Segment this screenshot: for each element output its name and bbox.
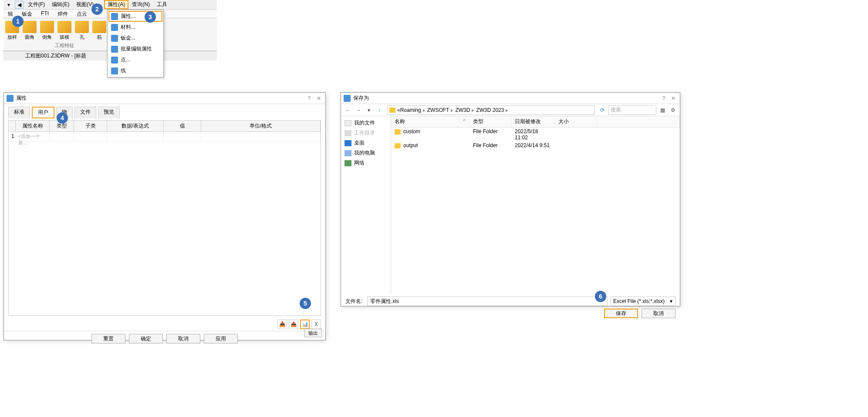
file-row[interactable]: custom File Folder 2022/5/18 11:02	[391, 128, 680, 141]
folder-icon	[395, 129, 401, 135]
settings-button[interactable]: ⚙	[669, 106, 677, 114]
export-button[interactable]: 📤	[289, 319, 298, 329]
breadcrumb-item[interactable]: ZWSOFT	[427, 107, 449, 113]
close-button[interactable]: ✕	[669, 95, 677, 101]
forward-button[interactable]: →	[354, 106, 363, 114]
col-type[interactable]: 类型	[469, 116, 511, 127]
menu-tools[interactable]: 工具	[153, 0, 171, 9]
col-name[interactable]: 名称 ^	[391, 116, 469, 127]
doc-tab[interactable]: 工程图001.Z3DRW - [标题	[25, 52, 86, 60]
tab-standard[interactable]: 标准	[8, 107, 30, 118]
sidebar-item-computer[interactable]: 我的电脑	[343, 148, 389, 158]
ribbon-btn-label: 筋	[97, 34, 102, 40]
sidebar-item-label: 我的电脑	[354, 149, 375, 157]
tab-user[interactable]: 用户	[32, 107, 54, 118]
menu-item-batch-edit[interactable]: 批量编辑属性	[108, 44, 162, 54]
cancel-button[interactable]: 取消	[642, 309, 675, 318]
ribbon-btn-hole[interactable]: 孔	[73, 20, 91, 41]
col-size[interactable]: 大小	[555, 116, 597, 127]
ribbon-btn-fillet[interactable]: 圆角	[21, 20, 38, 41]
menu-attributes[interactable]: 属性(A)	[104, 0, 128, 9]
filetype-dropdown[interactable]: Excel File (*.xls;*.xlsx)▾	[610, 296, 675, 306]
export-excel-button[interactable]: 📊	[300, 319, 310, 329]
tab-preview[interactable]: 预览	[98, 107, 120, 118]
help-button[interactable]: ?	[660, 95, 668, 101]
sidebar-item-workdir: 工作目录	[343, 128, 389, 138]
save-sidebar: 我的文件 工作目录 桌面 我的电脑 网络	[341, 116, 391, 294]
tab-file[interactable]: 文件	[74, 107, 96, 118]
ribbon-btn-draft[interactable]: 拔模	[56, 20, 73, 41]
back-button[interactable]: ←	[344, 106, 352, 114]
line-icon	[111, 67, 118, 74]
close-button[interactable]: ✕	[315, 95, 323, 101]
step-badge-4: 4	[57, 112, 68, 124]
menu-item-label: 钣金...	[121, 34, 135, 42]
col-unit[interactable]: 单位/格式	[201, 121, 321, 131]
saveas-title: 保存为	[353, 94, 369, 102]
view-button[interactable]: ▦	[658, 106, 667, 114]
breadcrumb-item[interactable]: ZW3D 2023	[476, 107, 504, 113]
help-button[interactable]: ?	[305, 95, 313, 101]
cancel-button[interactable]: 取消	[166, 334, 200, 343]
history-dropdown[interactable]: ▾	[365, 106, 373, 114]
sidebar-item-desktop[interactable]: 桌面	[343, 138, 389, 148]
attributes-dropdown-menu: 属性... 材料... 钣金... 批量编辑属性 点... 线	[107, 10, 164, 77]
filename-input[interactable]	[367, 296, 608, 306]
desktop-icon	[344, 140, 351, 146]
menu-item-label: 线	[121, 67, 126, 74]
sidebar-item-network[interactable]: 网络	[343, 158, 389, 168]
breadcrumb-item[interactable]: ZW3D	[455, 107, 470, 113]
draft-icon	[57, 21, 71, 33]
ribbon-tab-4[interactable]: 点云	[72, 10, 91, 18]
rib-icon	[92, 21, 106, 33]
col-name[interactable]: 属性名称	[16, 121, 50, 131]
sidebar-item-mydocs[interactable]: 我的文件	[343, 118, 389, 128]
ribbon-btn-label: 孔	[80, 34, 84, 40]
menu-query[interactable]: 查询(N)	[128, 0, 153, 9]
table-row[interactable]: 1 <添加一个新...	[9, 132, 321, 141]
menu-item-line[interactable]: 线	[108, 65, 162, 76]
ribbon-tab-2[interactable]: FTI	[37, 10, 53, 18]
document-icon	[344, 120, 351, 126]
file-row[interactable]: output File Folder 2022/4/14 9:51	[391, 141, 680, 149]
file-name: custom	[403, 128, 420, 135]
properties-dialog: 属性 ? ✕ 标准 用户 物 文件 预览 属性名称 类型 子类 数据/表达式 值…	[3, 92, 326, 340]
up-button[interactable]: ↑	[375, 106, 384, 114]
menu-item-point[interactable]: 点...	[108, 54, 162, 65]
sheetmetal-icon	[111, 35, 118, 42]
col-value[interactable]: 值	[164, 121, 201, 131]
output-button[interactable]: 输出	[304, 329, 322, 337]
ribbon-tab-3[interactable]: 焊件	[53, 10, 72, 18]
app-menu-dropdown-icon[interactable]: ▾	[5, 1, 12, 8]
save-footer: 文件名: Excel File (*.xls;*.xlsx)▾ 保存 取消	[341, 294, 680, 321]
col-subtype[interactable]: 子类	[74, 121, 107, 131]
new-row-placeholder[interactable]: <添加一个新...	[16, 132, 50, 141]
menu-item-material[interactable]: 材料...	[108, 22, 162, 33]
step-badge-6: 6	[595, 291, 606, 302]
save-navigation: ← → ▾ ↑ « Roaming▸ ZWSOFT▸ ZW3D▸ ZW3D 20…	[341, 104, 680, 116]
menu-edit[interactable]: 编辑(E)	[48, 0, 73, 9]
step-badge-2: 2	[91, 3, 103, 15]
import-button[interactable]: 📥	[277, 319, 287, 329]
breadcrumb-item[interactable]: Roaming	[400, 107, 421, 113]
col-expression[interactable]: 数据/表达式	[107, 121, 164, 131]
apply-button[interactable]: 应用	[204, 334, 238, 343]
refresh-button[interactable]: ⟳	[598, 106, 607, 114]
save-button[interactable]: 保存	[604, 309, 638, 318]
file-list-header: 名称 ^ 类型 日期被修改 大小	[391, 116, 680, 128]
search-input[interactable]: 搜索	[608, 105, 656, 115]
file-type: File Folder	[469, 141, 511, 149]
breadcrumb[interactable]: « Roaming▸ ZWSOFT▸ ZW3D▸ ZW3D 2023▸	[387, 105, 594, 115]
menu-file[interactable]: 文件(F)	[24, 0, 48, 9]
step-badge-1: 1	[12, 16, 24, 27]
col-date[interactable]: 日期被修改	[511, 116, 555, 127]
chevron-down-icon: ▾	[670, 298, 672, 304]
nav-back-button[interactable]: ◀	[15, 1, 24, 9]
excel-button[interactable]: X	[311, 319, 321, 329]
ribbon-btn-rib[interactable]: 筋	[91, 20, 108, 41]
ribbon-btn-chamfer[interactable]: 倒角	[38, 20, 56, 41]
breadcrumb-prefix: «	[397, 107, 400, 113]
ok-button[interactable]: 确定	[129, 334, 163, 343]
menu-item-sheetmetal[interactable]: 钣金...	[108, 33, 162, 44]
reset-button[interactable]: 重置	[91, 334, 125, 343]
